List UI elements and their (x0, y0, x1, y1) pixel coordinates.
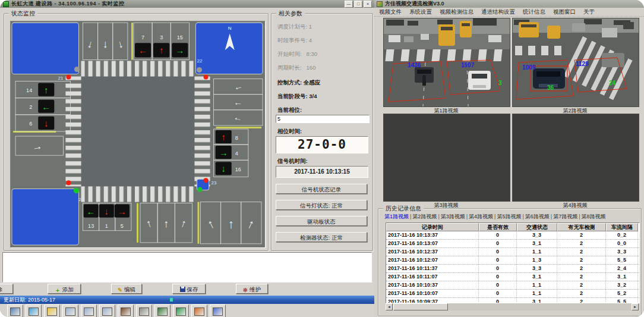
signal-monitor-window: 长虹大道 建设路 - 34.100.96.194 - 实时监控 — □ × 状态… (0, 0, 375, 317)
table-cell: 5_2 (606, 290, 638, 297)
table-row[interactable]: 2017-11-16 10:11:0703_123_1 (386, 273, 639, 281)
toolbar-chart-icon[interactable] (210, 305, 226, 317)
traffic-video-frame (384, 18, 510, 106)
light-status-button[interactable]: 信号灯状态: 正常 (276, 200, 367, 210)
window-controls: — □ × (345, 1, 372, 8)
table-cell: 0 (479, 281, 517, 289)
tab-separator: | (410, 214, 411, 219)
scroll-left-button[interactable]: ◄ (386, 303, 393, 310)
stopline-south (137, 203, 138, 243)
lane-arrow-up-icon: ↑ (163, 218, 169, 230)
signal-north-left-red-icon: ← (138, 45, 147, 55)
tab-channel-4[interactable]: 第4路视频 (469, 214, 493, 219)
table-cell: 0 (479, 290, 517, 297)
phase-number: 2 (29, 104, 32, 110)
table-cell: 0_2 (606, 231, 638, 239)
param-event: 时段事件号: 4 (277, 37, 312, 45)
table-cell: 3_3 (517, 231, 557, 239)
menu-item-视图窗口[interactable]: 视图窗口 (553, 8, 576, 16)
menu-item-视频文件[interactable]: 视频文件 (379, 8, 402, 16)
toolbar-sync-icon[interactable] (191, 305, 207, 317)
vehicle-id-label: 1129 (576, 61, 589, 67)
table-row[interactable]: 2017-11-16 10:10:0701_125_2 (386, 290, 639, 298)
menu-item-视频检测信息[interactable]: 视频检测信息 (440, 8, 473, 16)
action-button-维护[interactable]: ✱维护 (236, 284, 268, 294)
table-row[interactable]: 2017-11-16 10:09:3703_125_5 (386, 298, 639, 303)
toolbar-computer-icon[interactable] (7, 305, 23, 317)
table-cell: 2 (557, 273, 606, 281)
toolbar-globe-icon[interactable] (173, 305, 189, 317)
toolbar-car-icon[interactable] (154, 305, 171, 317)
table-cell: 2017-11-16 10:11:07 (386, 273, 479, 281)
toolbar-user-icon[interactable] (118, 305, 134, 317)
table-cell: 2 (557, 248, 606, 256)
detector-status-button[interactable]: 检测器状态: 正常 (276, 232, 367, 242)
table-row[interactable]: 2017-11-16 10:13:3703_320_2 (386, 231, 639, 240)
table-cell: 1_3 (517, 256, 557, 264)
toolbar-monitor2-icon[interactable] (81, 305, 97, 317)
menu-item-系统设置[interactable]: 系统设置 (409, 8, 432, 16)
driver-board-status-button[interactable]: 驱动板状态 (276, 216, 367, 226)
table-row[interactable]: 2017-11-16 10:12:0701_325_5 (386, 256, 639, 265)
table-cell: 1_1 (517, 248, 557, 256)
table-row[interactable]: 2017-11-16 10:11:3703_322_4 (386, 265, 639, 273)
tab-channel-3[interactable]: 第3路视频 (441, 214, 465, 219)
table-cell: 3_3 (517, 265, 557, 272)
action-button-添加[interactable]: ＋添加 (48, 284, 81, 294)
table-cell: 2017-11-16 10:09:37 (386, 298, 479, 303)
menu-item-统计信息[interactable]: 统计信息 (523, 8, 545, 16)
column-header[interactable]: 车流间隔 (606, 223, 638, 231)
left-window-titlebar[interactable]: 长虹大道 建设路 - 34.100.96.194 - 实时监控 — □ × (0, 0, 374, 8)
column-header[interactable]: 是否有效 (479, 223, 517, 231)
table-cell: 1_1 (517, 281, 557, 289)
action-button-编辑[interactable]: ✎编辑 (111, 284, 142, 294)
menu-item-通道结构设置[interactable]: 通道结构设置 (481, 8, 515, 16)
tab-channel-6[interactable]: 第6路视频 (525, 214, 550, 219)
tab-channel-2[interactable]: 第2路视频 (412, 214, 437, 219)
toolbar-monitor3-icon[interactable] (99, 305, 115, 317)
action-button-保存[interactable]: 保存 (172, 284, 206, 294)
toolbar-map-icon[interactable] (44, 305, 60, 317)
table-row[interactable]: 2017-11-16 10:13:0703_120_0 (386, 240, 639, 248)
horizontal-scrollbar[interactable]: ◄ ► (386, 303, 639, 310)
table-cell: 2017-11-16 10:11:37 (386, 265, 479, 272)
right-window-titlebar[interactable]: 方佳视频交通流检测V3.0 (374, 0, 644, 8)
table-row[interactable]: 2017-11-16 10:12:3701_123_3 (386, 248, 639, 256)
column-header[interactable]: 有无车检测 (557, 223, 606, 231)
table-body: 2017-11-16 10:13:3703_320_22017-11-16 10… (386, 231, 639, 303)
table-cell: 3_1 (517, 273, 557, 281)
tab-channel-7[interactable]: 第7路视频 (553, 214, 577, 219)
tab-channel-8[interactable]: 第8路视频 (582, 214, 606, 219)
scrollbar-thumb[interactable] (393, 303, 448, 310)
menu-bar: 视频文件系统设置视频检测信息通道结构设置统计信息视图窗口关于 (374, 8, 644, 17)
toolbar-road-icon[interactable] (136, 305, 152, 317)
vehicle-id-label: 1907 (461, 62, 474, 68)
status-monitor-group: 状态监控 (4, 13, 269, 251)
chart-icon (213, 307, 223, 316)
table-cell: 0 (479, 273, 517, 281)
param-cycle: 周期时长: 160 (277, 64, 315, 72)
tab-channel-1[interactable]: 第1路视频 (384, 214, 409, 219)
phase-time-label: 相位时间: (277, 128, 302, 136)
param-plan: 调度计划号: 1 (277, 23, 312, 31)
close-button[interactable]: × (364, 1, 372, 8)
tab-channel-5[interactable]: 第5路视频 (497, 214, 521, 219)
signal-status-record-button[interactable]: 信号机状态记录 (276, 184, 367, 194)
current-phase-input[interactable] (276, 115, 370, 123)
phase-number: 8 (235, 135, 238, 141)
table-cell: 0 (479, 231, 517, 239)
column-header[interactable]: 记录时间 (386, 223, 479, 231)
phase-number: 4 (235, 150, 238, 156)
scroll-right-button[interactable]: ► (632, 303, 639, 310)
globe-icon (176, 307, 186, 316)
toolbar-network-icon[interactable] (26, 305, 42, 317)
minimize-button[interactable]: — (345, 1, 353, 8)
action-button-删除[interactable]: 删除 (0, 284, 13, 294)
menu-item-关于[interactable]: 关于 (583, 8, 595, 16)
corner-label-21: 21 (58, 76, 63, 81)
table-row[interactable]: 2017-11-16 10:10:3701_123_2 (386, 281, 639, 290)
maximize-button[interactable]: □ (354, 1, 362, 8)
column-header[interactable]: 交通状态 (517, 223, 557, 231)
toolbar-monitor1-icon[interactable] (62, 305, 78, 317)
video-channel-1: 1436 1907 3 (383, 18, 510, 107)
